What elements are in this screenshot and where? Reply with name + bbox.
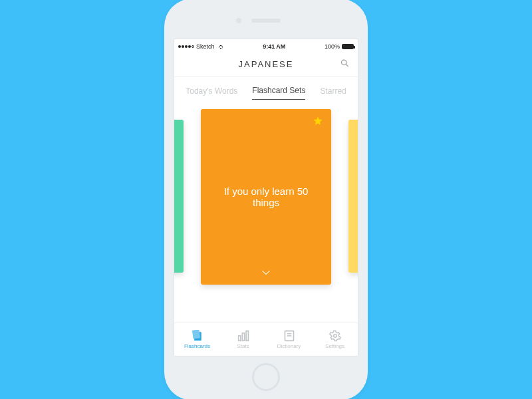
tabbar-flashcards-label: Flashcards	[184, 343, 210, 349]
tab-flashcard-sets[interactable]: Flashcard Sets	[252, 86, 305, 100]
nav-bar: JAPANESE	[174, 52, 358, 77]
tab-bar: Flashcards Stats Dictionary	[174, 323, 358, 356]
dictionary-icon	[283, 330, 296, 342]
phone-frame: Sketch 9:41 AM 100% JAPANESE Today's Wor…	[164, 0, 368, 399]
tabbar-dictionary-label: Dictionary	[277, 343, 301, 349]
star-icon[interactable]	[313, 116, 323, 128]
phone-camera	[236, 18, 241, 23]
chevron-down-icon[interactable]	[261, 267, 271, 278]
card-current[interactable]: If you only learn 50 things	[201, 109, 331, 285]
status-bar: Sketch 9:41 AM 100%	[174, 41, 358, 52]
svg-line-1	[346, 64, 348, 66]
page-title: JAPANESE	[239, 59, 294, 69]
tabbar-stats-label: Stats	[237, 343, 249, 349]
segment-tabs: Today's Words Flashcard Sets Starred	[174, 77, 358, 100]
tab-todays-words[interactable]: Today's Words	[186, 86, 237, 100]
home-button[interactable]	[252, 363, 280, 391]
card-title: If you only learn 50 things	[214, 186, 318, 208]
screen: Sketch 9:41 AM 100% JAPANESE Today's Wor…	[174, 39, 358, 356]
tabbar-settings-label: Settings	[325, 343, 344, 349]
svg-rect-4	[238, 336, 240, 340]
signal-dots-icon	[178, 45, 194, 48]
gear-icon	[329, 330, 342, 342]
tabbar-settings[interactable]: Settings	[312, 323, 358, 356]
battery-label: 100%	[325, 43, 340, 50]
svg-point-10	[333, 334, 336, 338]
svg-point-0	[342, 60, 347, 65]
phone-speaker	[251, 19, 281, 23]
tabbar-flashcards[interactable]: Flashcards	[174, 323, 220, 356]
card-carousel[interactable]: If you only learn 50 things	[174, 100, 358, 323]
status-time: 9:41 AM	[263, 43, 285, 50]
tab-starred[interactable]: Starred	[320, 86, 346, 100]
svg-rect-6	[246, 331, 248, 341]
tabbar-stats[interactable]: Stats	[220, 323, 266, 356]
wifi-icon	[217, 44, 224, 49]
search-icon[interactable]	[340, 58, 350, 70]
stats-icon	[237, 330, 250, 342]
flashcards-icon	[191, 330, 204, 342]
svg-rect-5	[242, 333, 244, 340]
carrier-label: Sketch	[196, 43, 215, 50]
svg-rect-3	[192, 330, 200, 339]
card-next[interactable]	[348, 120, 358, 273]
tabbar-dictionary[interactable]: Dictionary	[266, 323, 312, 356]
card-prev[interactable]	[174, 120, 184, 273]
battery-icon	[342, 44, 354, 49]
